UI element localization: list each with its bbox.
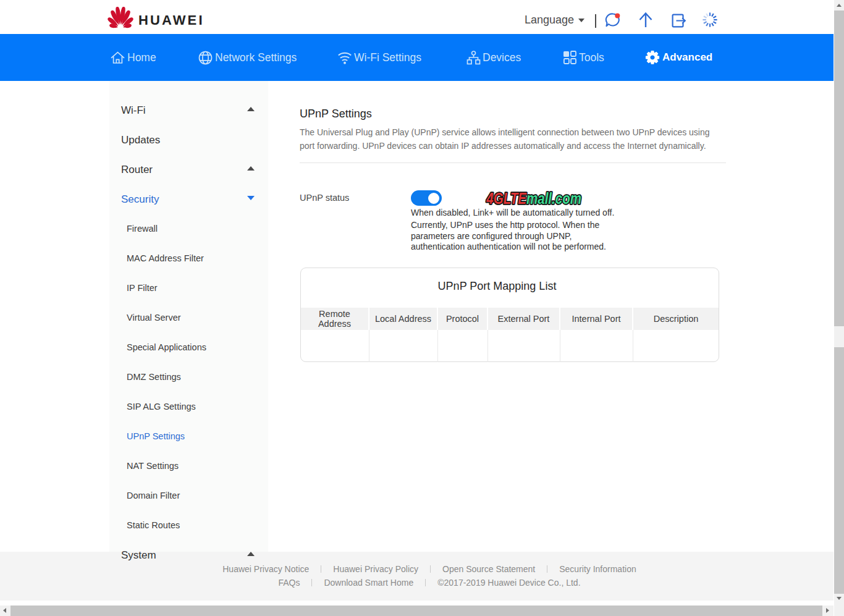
svg-text:4GLTEmall.com: 4GLTEmall.com — [486, 190, 581, 208]
